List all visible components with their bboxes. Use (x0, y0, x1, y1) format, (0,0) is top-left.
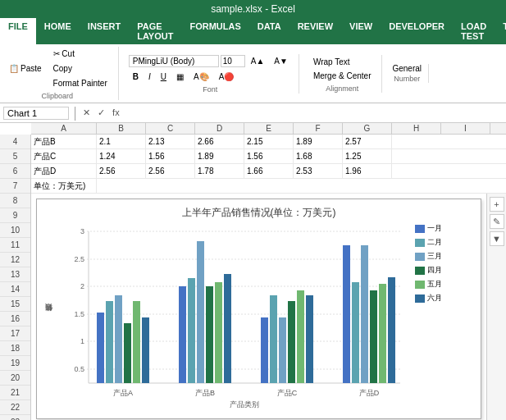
cell-g5[interactable]: 1.25 (343, 149, 392, 163)
legend-item-feb: 二月 (415, 237, 442, 248)
wrap-text-button[interactable]: Wrap Text (309, 55, 354, 69)
legend-label-apr: 四月 (427, 265, 442, 276)
tab-data[interactable]: DATA (249, 18, 289, 44)
svg-rect-32 (288, 301, 295, 383)
bold-button[interactable]: B (129, 70, 143, 84)
legend-color-mar (415, 253, 425, 261)
svg-rect-30 (270, 295, 277, 383)
cell-e4[interactable]: 2.15 (244, 135, 294, 148)
filter-button[interactable]: ▼ (490, 231, 504, 246)
legend-color-feb (415, 239, 425, 247)
chart-row-numbers: 8 9 10 11 12 13 14 15 16 17 18 19 20 21 … (0, 194, 31, 420)
cell-a7[interactable]: 单位：万美元) (31, 179, 97, 193)
copy-button[interactable]: Copy (49, 62, 112, 75)
svg-text:0.5: 0.5 (74, 365, 84, 373)
cell-f6[interactable]: 2.53 (294, 164, 343, 178)
cell-f5[interactable]: 1.68 (294, 149, 343, 163)
add-element-button[interactable]: + (490, 197, 504, 212)
alignment-group: Wrap Text Merge & Center Alignment (309, 55, 383, 93)
table-row: 产品B 2.1 2.13 2.66 2.15 1.89 2.57 (31, 135, 506, 149)
font-label: Font (129, 85, 292, 94)
chart-sidebar: + ✎ ▼ (486, 194, 506, 420)
svg-text:2: 2 (80, 282, 84, 290)
cut-button[interactable]: ✂ Cut (49, 47, 112, 61)
tab-file[interactable]: FILE (0, 18, 36, 44)
svg-rect-23 (197, 241, 204, 383)
ribbon-tab-bar: FILE HOME INSERT PAGE LAYOUT FORMULAS DA… (0, 18, 506, 44)
cell-g4[interactable]: 2.57 (343, 135, 392, 148)
row-num-4: 4 (0, 135, 30, 149)
cell-a6[interactable]: 产品D (31, 164, 97, 178)
svg-rect-41 (388, 277, 395, 383)
border-button[interactable]: ▦ (172, 70, 188, 84)
chart-content: 销售额 3 2.5 2 1 (43, 223, 474, 412)
font-size-input[interactable] (221, 55, 245, 67)
cell-g6[interactable]: 1.96 (343, 164, 392, 178)
row-13: 13 (0, 267, 30, 282)
cell-e5[interactable]: 1.56 (244, 149, 294, 163)
name-box[interactable] (3, 107, 69, 120)
tab-review[interactable]: REVIEW (289, 18, 341, 44)
tab-page-layout[interactable]: PAGE LAYOUT (129, 18, 181, 44)
font-color-button[interactable]: A🔴 (215, 70, 239, 84)
number-format-label: General (392, 64, 422, 73)
chart-section: 8 9 10 11 12 13 14 15 16 17 18 19 20 21 … (0, 194, 506, 420)
underline-button[interactable]: U (157, 70, 171, 84)
svg-rect-37 (352, 282, 359, 383)
merge-center-button[interactable]: Merge & Center (309, 69, 376, 83)
svg-rect-14 (97, 313, 104, 383)
legend-label-may: 五月 (427, 279, 442, 290)
svg-rect-33 (297, 290, 304, 383)
cell-c5[interactable]: 1.56 (146, 149, 195, 163)
cell-a4[interactable]: 产品B (31, 135, 97, 148)
legend-item-jun: 六月 (415, 293, 442, 304)
cell-a5[interactable]: 产品C (31, 149, 97, 163)
svg-rect-39 (370, 290, 377, 383)
legend-color-may (415, 281, 425, 289)
chart-area[interactable]: 上半年产品销售情况(单位：万美元) 销售额 3 2.5 (31, 194, 486, 420)
cell-c6[interactable]: 2.56 (146, 164, 195, 178)
format-painter-button[interactable]: Format Painter (49, 76, 112, 90)
svg-rect-38 (361, 245, 368, 383)
chart-legend: 一月 二月 三月 四月 (415, 223, 442, 412)
edit-button[interactable]: ✎ (490, 214, 504, 229)
cell-b5[interactable]: 1.24 (97, 149, 146, 163)
legend-label-jun: 六月 (427, 293, 442, 304)
cell-f4[interactable]: 1.89 (294, 135, 343, 148)
title-text: sample.xlsx - Excel (211, 3, 295, 15)
increase-font-button[interactable]: A▲ (247, 54, 269, 68)
clipboard-label: Clipboard (3, 92, 112, 100)
cell-d5[interactable]: 1.89 (195, 149, 244, 163)
formula-input[interactable] (123, 107, 503, 119)
cell-e6[interactable]: 1.66 (244, 164, 294, 178)
cell-b4[interactable]: 2.1 (97, 135, 146, 148)
ribbon-content: 📋 Paste ✂ Cut Copy Format Painter Clipbo… (0, 44, 506, 103)
row-16: 16 (0, 312, 30, 326)
paste-button[interactable]: 📋 Paste (3, 60, 48, 77)
tab-insert[interactable]: INSERT (80, 18, 129, 44)
cell-d6[interactable]: 1.78 (195, 164, 244, 178)
table-row: 产品C 1.24 1.56 1.89 1.56 1.68 1.25 (31, 149, 506, 164)
tab-formulas[interactable]: FORMULAS (181, 18, 248, 44)
legend-label-mar: 三月 (427, 251, 442, 262)
row-18: 18 (0, 341, 30, 356)
font-name-input[interactable] (129, 55, 219, 67)
tab-view[interactable]: VIEW (341, 18, 381, 44)
row-numbers: 4 5 6 7 (0, 135, 31, 194)
cell-c4[interactable]: 2.13 (146, 135, 195, 148)
chart-wrapper[interactable]: 上半年产品销售情况(单位：万美元) 销售额 3 2.5 (36, 199, 481, 419)
svg-text:1.5: 1.5 (74, 310, 84, 318)
decrease-font-button[interactable]: A▼ (270, 54, 292, 68)
tab-load-test[interactable]: LOAD TEST (453, 18, 495, 44)
svg-text:产品A: 产品A (113, 389, 133, 397)
tab-team[interactable]: TEAM (495, 18, 506, 44)
svg-rect-40 (379, 284, 386, 383)
italic-button[interactable]: I (144, 70, 155, 84)
tab-home[interactable]: HOME (36, 18, 80, 44)
cell-b6[interactable]: 2.56 (97, 164, 146, 178)
fill-color-button[interactable]: A🎨 (189, 70, 213, 84)
col-header-f: F (294, 123, 343, 134)
cell-d4[interactable]: 2.66 (195, 135, 244, 148)
row-19: 19 (0, 356, 30, 371)
tab-developer[interactable]: DEVELOPER (381, 18, 453, 44)
